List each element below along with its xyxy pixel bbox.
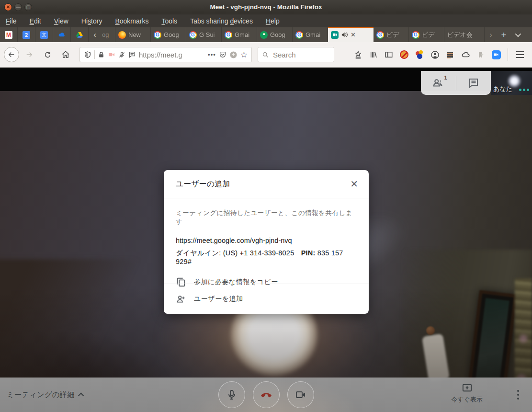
tab-new[interactable]: New: [115, 27, 151, 42]
menu-item-tabs-sharing-devices[interactable]: Tabs sharing devices: [190, 17, 253, 25]
page-actions-icon[interactable]: •••: [208, 51, 216, 58]
meet-bottom-bar: ミーティングの詳細 今すぐ表示: [0, 378, 532, 412]
zoom-extension-button[interactable]: [488, 46, 504, 63]
pinned-tab-drive[interactable]: [71, 27, 89, 42]
home-button[interactable]: [57, 46, 74, 63]
maximize-window-button[interactable]: ▢: [24, 3, 32, 11]
more-options-button[interactable]: [511, 378, 525, 412]
search-bar[interactable]: [258, 47, 334, 62]
add-user-button[interactable]: ユーザーを追加: [164, 284, 369, 314]
cloud-extension-button[interactable]: [458, 46, 473, 63]
menu-item-tools[interactable]: Tools: [161, 17, 177, 25]
audio-level-indicator: [519, 89, 529, 91]
chevron-down-icon: [515, 31, 521, 37]
library-button[interactable]: [366, 46, 381, 63]
microphone-blocked-icon[interactable]: [118, 51, 125, 58]
tab-gmail-1[interactable]: Gmai: [222, 27, 257, 42]
clipped-tab[interactable]: og: [101, 27, 115, 42]
blocked-icon: [400, 50, 408, 59]
menu-item-edit[interactable]: Edit: [30, 17, 41, 25]
leave-call-button[interactable]: [253, 381, 280, 408]
scroll-tabs-left-button[interactable]: ‹: [89, 27, 101, 42]
meeting-details-button[interactable]: ミーティングの詳細: [7, 378, 84, 412]
dialog-close-button[interactable]: ✕: [350, 179, 358, 189]
save-to-toolbar-button[interactable]: [351, 46, 366, 63]
title-bar: ✕ — ▢ Meet - vgh-pjnd-nvq - Mozilla Fire…: [0, 0, 532, 14]
pin-label: PIN:: [301, 249, 316, 257]
hangup-icon: [260, 388, 273, 401]
chat-button[interactable]: [464, 73, 483, 92]
bookmark-flag-extension-button[interactable]: [473, 46, 488, 63]
tracking-protection-shield-icon[interactable]: [84, 51, 91, 58]
camera-icon: [295, 389, 306, 401]
lock-icon[interactable]: [98, 51, 105, 58]
menu-item-view[interactable]: View: [54, 17, 68, 25]
url-text[interactable]: https://meet.g: [139, 51, 205, 59]
tab-gsuite[interactable]: G Sui: [186, 27, 222, 42]
pinned-tab-calendar[interactable]: 2: [18, 27, 35, 42]
pinned-tab-gmail[interactable]: M: [0, 27, 18, 42]
self-view-label: あなた: [493, 85, 512, 93]
add-users-dialog: ユーザーの追加 ✕ ミーティングに招待したユーザーと、この情報を共有します ht…: [164, 170, 369, 314]
self-view-thumbnail[interactable]: あなた: [491, 71, 532, 95]
google-icon: [376, 31, 384, 39]
meet-top-panel: 1: [421, 71, 491, 95]
extension-toolbar: [351, 46, 504, 63]
tab-video-2[interactable]: ビデ: [409, 27, 444, 42]
account-button[interactable]: [427, 46, 442, 63]
chat-icon: [468, 77, 479, 89]
tab-google-1[interactable]: Goog: [151, 27, 186, 42]
menu-item-history[interactable]: History: [81, 17, 102, 25]
content-blocker-extension-button[interactable]: [396, 46, 412, 63]
new-tab-button[interactable]: +: [497, 27, 510, 42]
present-now-button[interactable]: 今すぐ表示: [445, 382, 488, 404]
camera-button[interactable]: [287, 381, 314, 408]
back-button[interactable]: [4, 47, 19, 62]
url-bar[interactable]: https://meet.g ••• ☆: [79, 47, 252, 62]
tab-video-1[interactable]: ビデ: [374, 27, 409, 42]
home-icon: [61, 50, 70, 59]
close-tab-icon[interactable]: ✕: [351, 31, 356, 38]
search-input[interactable]: [272, 50, 320, 59]
toolbar-divider: [508, 48, 508, 61]
extension-page-action-icon[interactable]: [229, 51, 238, 59]
participants-button[interactable]: 1: [429, 73, 448, 92]
pocket-icon[interactable]: [219, 51, 226, 58]
list-all-tabs-button[interactable]: [510, 27, 524, 42]
zoom-camera-icon: [492, 50, 501, 59]
reload-button[interactable]: [39, 46, 56, 63]
google-icon: [295, 31, 303, 39]
stack-icon: [446, 50, 454, 59]
bookmark-star-icon[interactable]: ☆: [240, 51, 248, 59]
menu-button[interactable]: [512, 46, 528, 63]
share-info-message: ミーティングに招待したユーザーと、この情報を共有します: [176, 209, 357, 226]
tab-video-3[interactable]: ビデオ会: [444, 27, 485, 42]
present-now-label: 今すぐ表示: [451, 395, 483, 404]
tab-gmail-2[interactable]: Gmai: [293, 27, 328, 42]
tab-hangouts[interactable]: ❝Goog: [257, 27, 293, 42]
search-icon: [262, 51, 269, 58]
notification-bubble-icon[interactable]: [128, 51, 136, 58]
server-stack-extension-button[interactable]: [442, 46, 458, 63]
forward-button[interactable]: [21, 46, 37, 63]
camera-in-use-icon[interactable]: [108, 51, 115, 58]
pinned-tab-translate[interactable]: 文: [35, 27, 53, 42]
onedrive-cloud-icon: [58, 31, 66, 39]
pinned-tab-onedrive[interactable]: [53, 27, 71, 42]
menu-item-help[interactable]: Help: [266, 17, 280, 25]
reload-icon: [44, 51, 52, 59]
tab-meet-active[interactable]: ✕: [328, 27, 374, 42]
microphone-button[interactable]: [218, 381, 245, 408]
scroll-tabs-right-button[interactable]: ›: [485, 27, 497, 42]
minimize-window-button[interactable]: —: [14, 3, 22, 11]
tab-audio-playing-icon[interactable]: [341, 31, 348, 38]
menu-item-bookmarks[interactable]: Bookmarks: [115, 17, 148, 25]
forward-arrow-icon: [25, 50, 34, 59]
firefox-icon: [118, 31, 126, 39]
menu-item-file[interactable]: File: [6, 17, 17, 25]
close-window-button[interactable]: ✕: [4, 3, 12, 11]
colored-balls-extension-button[interactable]: [412, 46, 427, 63]
dialog-body: ミーティングに招待したユーザーと、この情報を共有します https://meet…: [164, 209, 369, 287]
sidebar-toggle-button[interactable]: [381, 46, 396, 63]
account-icon: [430, 50, 440, 59]
